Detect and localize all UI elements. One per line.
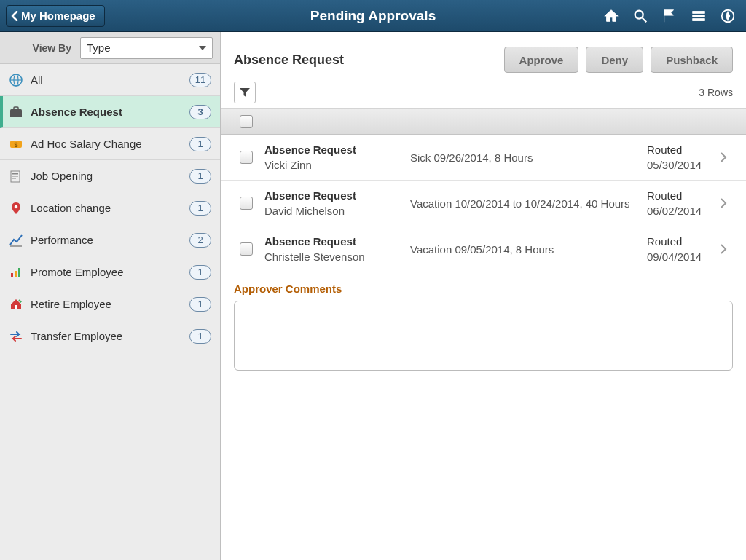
- row-status: Routed: [647, 143, 712, 156]
- row-details: Sick 09/26/2014, 8 Hours: [410, 151, 647, 164]
- svg-rect-22: [15, 305, 17, 309]
- svg-rect-2: [693, 11, 705, 13]
- select-all-checkbox[interactable]: [240, 115, 253, 128]
- deny-button[interactable]: Deny: [586, 47, 643, 73]
- chevron-right-icon: [717, 151, 730, 163]
- sidebar-item-label: All: [31, 74, 182, 86]
- svg-rect-15: [12, 176, 18, 177]
- pushback-button[interactable]: Pushback: [651, 47, 733, 73]
- row-person: Vicki Zinn: [264, 159, 410, 171]
- filter-button[interactable]: [234, 82, 256, 103]
- sidebar-item-retire-employee[interactable]: Retire Employee 1: [0, 288, 220, 320]
- sidebar-item-label: Job Opening: [31, 170, 182, 182]
- pin-icon: [9, 201, 23, 216]
- svg-rect-9: [10, 109, 22, 117]
- sidebar-item-promote-employee[interactable]: Promote Employee 1: [0, 256, 220, 288]
- count-badge: 1: [189, 137, 211, 151]
- main-panel: Absence Request Approve Deny Pushback 3 …: [221, 32, 746, 560]
- approvals-grid: Absence Request Vicki Zinn Sick 09/26/20…: [221, 108, 746, 272]
- menu-icon[interactable]: [691, 8, 707, 24]
- svg-rect-21: [18, 268, 20, 277]
- row-person: David Michelson: [264, 205, 410, 217]
- sidebar: View By Type All 11 Absence Request 3 $ …: [0, 32, 221, 560]
- svg-rect-3: [693, 15, 705, 17]
- funnel-icon: [239, 87, 251, 98]
- table-row[interactable]: Absence Request Vicki Zinn Sick 09/26/20…: [221, 135, 746, 181]
- back-button-label: My Homepage: [21, 9, 95, 22]
- chevron-right-icon: [717, 197, 730, 209]
- row-status: Routed: [647, 235, 712, 248]
- table-row[interactable]: Absence Request Christelle Stevenson Vac…: [221, 226, 746, 272]
- svg-rect-16: [12, 178, 16, 179]
- sidebar-list: All 11 Absence Request 3 $ Ad Hoc Salary…: [0, 64, 220, 352]
- money-icon: $: [9, 137, 23, 151]
- bar-chart-up-icon: [9, 265, 23, 280]
- suitcase-icon: [9, 105, 23, 119]
- sidebar-item-job-opening[interactable]: Job Opening 1: [0, 160, 220, 192]
- main-title: Absence Request: [234, 52, 344, 68]
- comments-section: Approver Comments: [221, 272, 746, 383]
- chevron-left-icon: [11, 11, 18, 21]
- svg-rect-10: [14, 107, 18, 109]
- page-body: View By Type All 11 Absence Request 3 $ …: [0, 32, 746, 560]
- flag-icon[interactable]: [661, 8, 678, 24]
- row-date: 06/02/2014: [647, 205, 712, 217]
- sidebar-item-label: Performance: [31, 234, 182, 246]
- row-title: Absence Request: [264, 143, 410, 156]
- grid-header: [221, 109, 746, 135]
- svg-text:$: $: [14, 141, 17, 149]
- search-icon[interactable]: [632, 8, 648, 24]
- approve-button[interactable]: Approve: [504, 47, 579, 73]
- sidebar-item-location-change[interactable]: Location change 1: [0, 192, 220, 224]
- svg-line-1: [643, 17, 647, 22]
- main-header: Absence Request Approve Deny Pushback: [221, 32, 746, 82]
- row-checkbox[interactable]: [240, 242, 253, 256]
- sidebar-item-label: Retire Employee: [31, 298, 182, 310]
- row-checkbox[interactable]: [240, 197, 253, 210]
- row-title: Absence Request: [264, 235, 410, 248]
- viewby-label: View By: [7, 42, 80, 54]
- sidebar-item-transfer-employee[interactable]: Transfer Employee 1: [0, 320, 220, 352]
- row-status: Routed: [647, 189, 712, 202]
- count-badge: 1: [189, 265, 211, 280]
- chevron-down-icon: [199, 46, 206, 50]
- count-badge: 1: [189, 329, 211, 344]
- job-icon: [9, 169, 23, 184]
- navigator-icon[interactable]: [720, 8, 736, 24]
- viewby-select[interactable]: Type: [80, 37, 213, 59]
- chart-line-icon: [9, 233, 23, 248]
- chevron-right-icon: [717, 243, 730, 255]
- sidebar-item-all[interactable]: All 11: [0, 64, 220, 96]
- row-date: 05/30/2014: [647, 159, 712, 171]
- row-checkbox[interactable]: [240, 151, 253, 164]
- sidebar-item-adhoc-salary-change[interactable]: $ Ad Hoc Salary Change 1: [0, 128, 220, 160]
- row-title: Absence Request: [264, 189, 410, 202]
- svg-rect-4: [693, 18, 705, 20]
- house-icon: [9, 297, 23, 312]
- svg-point-0: [635, 10, 643, 18]
- comments-textarea[interactable]: [234, 301, 733, 371]
- home-icon[interactable]: [603, 8, 619, 24]
- viewby-value: Type: [87, 42, 111, 54]
- transfer-icon: [9, 329, 23, 344]
- row-details: Vacation 10/20/2014 to 10/24/2014, 40 Ho…: [410, 197, 647, 210]
- count-badge: 3: [189, 105, 211, 119]
- comments-label: Approver Comments: [234, 283, 733, 295]
- filter-row: 3 Rows: [221, 82, 746, 108]
- sidebar-item-label: Promote Employee: [31, 266, 182, 278]
- row-details: Vacation 09/05/2014, 8 Hours: [410, 243, 647, 256]
- globe-icon: [9, 73, 23, 87]
- viewby-row: View By Type: [0, 32, 220, 64]
- table-row[interactable]: Absence Request David Michelson Vacation…: [221, 181, 746, 226]
- sidebar-item-absence-request[interactable]: Absence Request 3: [0, 96, 220, 128]
- sidebar-item-label: Absence Request: [31, 106, 182, 118]
- sidebar-item-label: Ad Hoc Salary Change: [31, 138, 182, 150]
- svg-rect-20: [15, 271, 17, 277]
- banner-actions: [603, 8, 736, 24]
- row-date: 09/04/2014: [647, 251, 712, 263]
- top-banner: My Homepage Pending Approvals: [0, 0, 746, 32]
- sidebar-item-performance[interactable]: Performance 2: [0, 224, 220, 256]
- svg-rect-19: [11, 273, 13, 277]
- back-button[interactable]: My Homepage: [6, 5, 105, 27]
- count-badge: 11: [189, 73, 211, 87]
